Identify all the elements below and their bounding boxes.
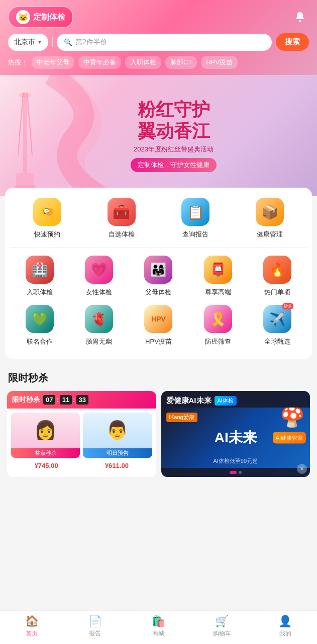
nav-item-cart[interactable]: 🛒 购物车 [207,615,237,638]
flash-people: 👩 整点秒杀 👨 明日预告 [7,409,156,460]
menu-item-quick-booking[interactable]: 💬 快速预约 [27,198,67,239]
countdown-timer: 07 : 11 : 33 [43,395,88,405]
ai-future-text: AI未来 [215,428,257,447]
ai-card-header: 爱健康AI未来 AI体检 [161,391,310,408]
collab-icon: 💚 [26,305,54,333]
timer-sep-2: : [73,396,75,404]
hot-tag-0[interactable]: 中老年父母 [32,56,74,69]
menu-item-stomach[interactable]: 🫀 肠胃无幽 [79,305,119,346]
city-selector[interactable]: 北京市 ▼ [8,34,48,51]
cancer-screen-icon: 🎗️ [204,305,232,333]
search-bar: 北京市 ▼ 🔍 第2件半价 搜索 [8,33,309,51]
ai-dot-1[interactable] [239,471,242,474]
menu-item-collab[interactable]: 💚 联名合作 [20,305,60,346]
nav-item-shop[interactable]: 🛍️ 商城 [143,615,173,638]
city-name: 北京市 [14,38,35,47]
hot-tag-3[interactable]: 肺部CT [165,56,197,69]
menu-item-parent-checkup[interactable]: 👨‍👩‍👧 父母体检 [138,256,178,297]
flash-card-title: 限时秒杀 [12,395,40,405]
ai-close-button[interactable]: × [297,464,307,474]
ai-title: 爱健康AI未来 [166,396,212,406]
stomach-icon: 🫀 [85,305,113,333]
header: 🐱 定制体检 北京市 ▼ 🔍 第2件半价 搜索 热搜： 中老年父母 中青年必备 … [0,0,317,75]
home-label: 首页 [26,629,38,638]
ai-badge: AI体检 [215,396,237,406]
logo-cat-icon: 🐱 [16,10,30,24]
menu-item-entry-checkup[interactable]: 🏥 入职体检 [20,256,60,297]
ai-manager-button[interactable]: AI健康管家 [273,432,306,444]
cancer-screen-label: 防癌筛查 [205,337,231,346]
banner-title-line1: 粉红守护 [131,99,217,120]
svg-text:💬: 💬 [43,208,50,214]
premium-label: 尊享高端 [205,288,231,297]
logo-text: 定制体检 [33,12,65,23]
ai-health-card[interactable]: 爱健康AI未来 AI体检 iKang爱康 AI未来 AI健康管家 🍄 AI体检低… [161,391,310,477]
timer-hours: 07 [43,395,55,405]
cart-label: 购物车 [213,629,231,638]
cart-icon: 🛒 [215,615,229,628]
search-input-wrap[interactable]: 🔍 第2件半价 [57,34,272,51]
timer-seconds: 33 [76,395,88,405]
svg-line-5 [19,105,23,135]
person-1-block[interactable]: 👩 整点秒杀 [11,413,80,458]
menu-item-global[interactable]: ✈️ 秒杀 全球甄选 [257,305,297,346]
nav-item-home[interactable]: 🏠 首页 [17,615,47,638]
banner-tag[interactable]: 定制体检，守护女性健康 [131,158,217,172]
timer-sep-1: : [56,396,58,404]
flash-sale-card[interactable]: 限时秒杀 07 : 11 : 33 👩 整点秒杀 👨 明日预告 [7,391,156,477]
flash-sale-row: 限时秒杀 07 : 11 : 33 👩 整点秒杀 👨 明日预告 [0,391,317,485]
menu-item-custom-checkup[interactable]: 🧰 自选体检 [101,198,142,239]
menu-item-female-checkup[interactable]: 💗 女性体检 [79,256,119,297]
premium-icon: 📮 [204,256,232,284]
mine-icon: 👤 [278,615,292,628]
ai-mushroom-decoration: 🍄 [280,408,305,429]
banner-title-line2: 翼动香江 [131,120,217,142]
hot-tag-2[interactable]: 入职体检 [125,56,161,69]
mine-label: 我的 [279,629,291,638]
search-input[interactable]: 第2件半价 [75,38,108,47]
parent-checkup-label: 父母体检 [145,288,171,297]
menu-item-premium[interactable]: 📮 尊享高端 [198,256,238,297]
menu-item-query-report[interactable]: 📋 查询报告 [175,198,216,239]
logo-badge[interactable]: 🐱 定制体检 [8,6,73,28]
menu-card: 💬 快速预约 🧰 自选体检 📋 查询报告 📦 健康管理 🏥 入职体检 💗 女性体… [5,188,312,359]
custom-checkup-icon: 🧰 [108,198,136,226]
person-1-avatar: 👩 [11,413,80,448]
bell-button[interactable] [291,8,309,26]
svg-point-0 [299,20,301,22]
menu-item-hot-items[interactable]: 🔥 热门单项 [257,256,297,297]
banner[interactable]: 粉红守护 翼动香江 2023年度粉红丝带盛典活动 定制体检，守护女性健康 [0,75,317,196]
ai-dot-0[interactable] [230,471,237,474]
nav-item-mine[interactable]: 👤 我的 [270,615,300,638]
bottom-spacer [0,485,317,525]
person-2-price: ¥611.00 [105,462,129,469]
quick-booking-label: 快速预约 [34,230,60,239]
menu-item-hpv[interactable]: HPV HPV疫苗 [138,305,178,346]
banner-content: 粉红守护 翼动香江 2023年度粉红丝带盛典活动 定制体检，守护女性健康 [100,99,217,172]
query-report-label: 查询报告 [182,230,208,239]
hot-tag-1[interactable]: 中青年必备 [78,56,121,69]
svg-line-6 [27,105,31,135]
hot-items-icon: 🔥 [263,256,291,284]
ai-visual: iKang爱康 AI未来 AI健康管家 🍄 AI体检低至90元起 [161,408,310,468]
menu-row-main: 💬 快速预约 🧰 自选体检 📋 查询报告 📦 健康管理 [10,198,307,239]
collab-label: 联名合作 [27,337,53,346]
person-2-tag: 明日预告 [83,448,152,458]
hpv-icon: HPV [144,305,172,333]
ai-price-tag: AI体检低至90元起 [161,457,310,465]
nav-item-report[interactable]: 📄 报告 [80,615,110,638]
menu-item-cancer-screen[interactable]: 🎗️ 防癌筛查 [198,305,238,346]
person-2-block[interactable]: 👨 明日预告 [83,413,152,458]
menu-row-2: 🏥 入职体检 💗 女性体检 👨‍👩‍👧 父母体检 📮 尊享高端 🔥 热门单项 [10,256,307,297]
female-checkup-label: 女性体检 [86,288,112,297]
ai-brand-label: iKang爱康 [166,413,197,422]
person-1-tag: 整点秒杀 [11,448,80,458]
home-icon: 🏠 [25,615,39,628]
search-button[interactable]: 搜索 [276,33,309,51]
person-2-avatar: 👨 [83,413,152,448]
flash-card-header: 限时秒杀 07 : 11 : 33 [7,391,156,409]
menu-item-health-management[interactable]: 📦 健康管理 [250,198,290,239]
hot-tag-4[interactable]: HPV疫苗 [201,56,238,69]
price-row: ¥745.00 ¥611.00 [7,460,156,473]
entry-checkup-icon: 🏥 [26,256,54,284]
